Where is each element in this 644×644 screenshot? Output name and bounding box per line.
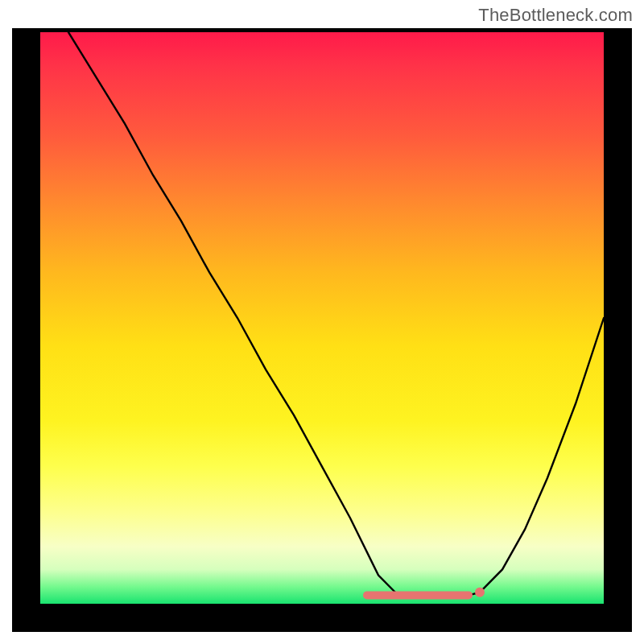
bottleneck-curve (68, 32, 604, 598)
trough-dot-icon (475, 588, 485, 597)
plot-area (40, 32, 604, 604)
chart-frame: TheBottleneck.com (0, 0, 644, 644)
plot-black-border (12, 28, 632, 632)
curve-layer (40, 32, 604, 604)
watermark-text: TheBottleneck.com (478, 5, 633, 26)
